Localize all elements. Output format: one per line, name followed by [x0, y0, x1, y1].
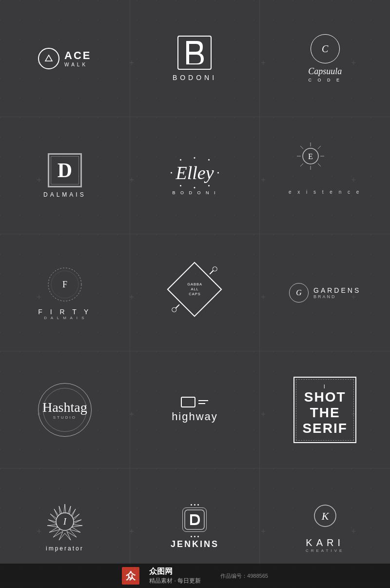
hashtag-name: Hashtag	[42, 400, 87, 415]
jenkins-icon	[182, 507, 207, 532]
gardens-text: GARDENS BRAND	[313, 286, 361, 299]
svg-text:F: F	[62, 280, 67, 289]
gardens-icon: G	[289, 283, 309, 303]
existence-icon: E	[311, 156, 340, 185]
bodoni-icon	[177, 36, 212, 70]
ace-subname: WALK	[64, 62, 91, 67]
logo-capsuula: C Capsuula C O D E	[260, 0, 390, 117]
capsuula-sub: C O D E	[308, 78, 342, 82]
svg-text:K: K	[321, 510, 329, 522]
watermark-icon: 众	[122, 567, 139, 585]
highway-icon	[172, 397, 218, 407]
gardens-sub: BRAND	[313, 294, 361, 299]
hashtag-sub: STUDIO	[53, 415, 77, 420]
elley-icon: Elley	[170, 156, 219, 189]
svg-line-6	[318, 146, 321, 149]
logo-ace-walk: ACE WALK	[0, 0, 130, 117]
kari-sub: CREATIVE	[306, 548, 344, 553]
gardens-name: GARDENS	[313, 286, 361, 294]
ace-walk-text: ACE WALK	[64, 49, 91, 67]
bodoni-name: BODONI	[173, 74, 217, 81]
logo-bodoni: BODONI	[130, 0, 260, 117]
elley-name: Elley	[176, 162, 214, 183]
watermark-brand: 众图网 精品素材 · 每日更新	[149, 567, 201, 585]
imperator-name: imperator	[45, 545, 84, 552]
ace-walk-icon	[38, 48, 59, 69]
svg-text:I: I	[63, 517, 67, 527]
watermark-site: 众图网	[149, 567, 201, 577]
jenkins-dots-top	[171, 504, 219, 506]
firty-name: F I R T Y	[38, 308, 91, 316]
dalmais-icon: D	[48, 153, 82, 187]
imperator-icon: I	[45, 502, 84, 541]
logo-grid: ACE WALK BODONI C Capsuula C O D E	[0, 0, 390, 588]
svg-rect-17	[185, 510, 204, 529]
logo-elley: Elley B O D O N I	[130, 117, 260, 234]
firty-sub: D A L M A I S	[38, 316, 91, 320]
logo-existence: E e x i s t e n c e	[260, 117, 390, 234]
watermark-code: 作品编号：4988565	[220, 572, 268, 580]
dalmais-name: DALMAIS	[43, 191, 86, 198]
serif-i: I	[302, 384, 347, 389]
ace-name: ACE	[64, 49, 91, 62]
logo-highway: highway	[130, 351, 260, 468]
svg-text:E: E	[308, 152, 313, 161]
serif-frame: I SHOT THE SERIF	[293, 377, 356, 443]
logo-hashtag: Hashtag STUDIO	[0, 351, 130, 468]
kari-name: KARI	[306, 537, 344, 548]
highway-name: highway	[172, 410, 218, 423]
logo-gabba: GABBA ALL CAPS	[130, 234, 260, 351]
elley-sub: B O D O N I	[170, 190, 219, 195]
svg-marker-0	[45, 55, 52, 61]
watermark: 众 众图网 精品素材 · 每日更新 作品编号：4988565	[0, 564, 390, 588]
gabba-icon: GABBA ALL CAPS	[168, 265, 221, 319]
svg-line-5	[300, 146, 303, 149]
capsuula-name: Capsuula	[308, 66, 342, 77]
serif-serif: SERIF	[302, 421, 347, 436]
svg-line-7	[300, 163, 303, 166]
hashtag-icon: Hashtag STUDIO	[38, 383, 92, 437]
firty-icon: F	[45, 265, 84, 304]
serif-the: THE	[302, 405, 347, 421]
kari-icon: K	[308, 501, 342, 535]
svg-line-8	[318, 163, 321, 166]
logo-gardens: G GARDENS BRAND	[260, 234, 390, 351]
logo-dalmais: D DALMAIS	[0, 117, 130, 234]
jenkins-dots-bottom	[171, 536, 219, 537]
logo-serif: I SHOT THE SERIF	[260, 351, 390, 468]
serif-shot: SHOT	[302, 389, 347, 405]
jenkins-name: JENKINS	[171, 539, 219, 549]
capsuula-icon: C	[311, 34, 340, 63]
existence-name: e x i s t e n c e	[289, 189, 361, 195]
watermark-tagline: 精品素材 · 每日更新	[149, 577, 201, 585]
logo-firty: F F I R T Y D A L M A I S	[0, 234, 130, 351]
